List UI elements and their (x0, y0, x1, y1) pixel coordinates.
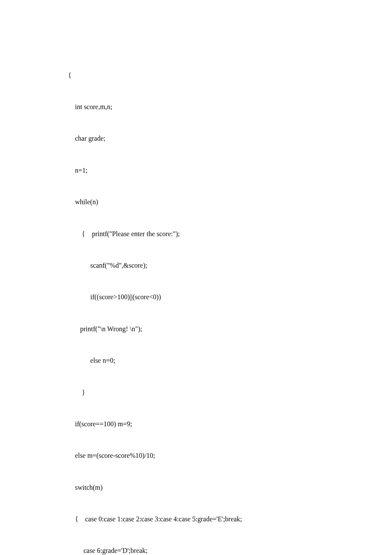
code-line: n=1; (68, 165, 324, 176)
code-line: char grade; (68, 133, 324, 144)
code-line: else m=(score-score%10)/10; (68, 451, 324, 461)
code-line: int score,m,n; (68, 102, 324, 113)
code-line: } (68, 387, 324, 398)
code-line: { printf("Please enter the score:"); (68, 229, 324, 240)
document-page: { int score,m,n; char grade; n=1; while(… (0, 0, 392, 555)
code-line: else n=0; (68, 356, 324, 366)
code-line: case 6:grade='D';break; (68, 546, 324, 555)
code-line: switch(m) (68, 483, 324, 493)
code-block-1: { int score,m,n; char grade; n=1; while(… (68, 49, 324, 555)
code-line: scanf("%d",&score); (68, 260, 324, 271)
code-line: printf("\n Wrong! \n"); (68, 324, 324, 335)
code-line: { case 0:case 1:case 2:case 3:case 4:cas… (68, 514, 324, 525)
code-line: { (68, 70, 324, 81)
code-line: if(score==100) m=9; (68, 419, 324, 430)
code-line: while(n) (68, 197, 324, 208)
code-line: if((score>100)||(score<0)) (68, 292, 324, 303)
